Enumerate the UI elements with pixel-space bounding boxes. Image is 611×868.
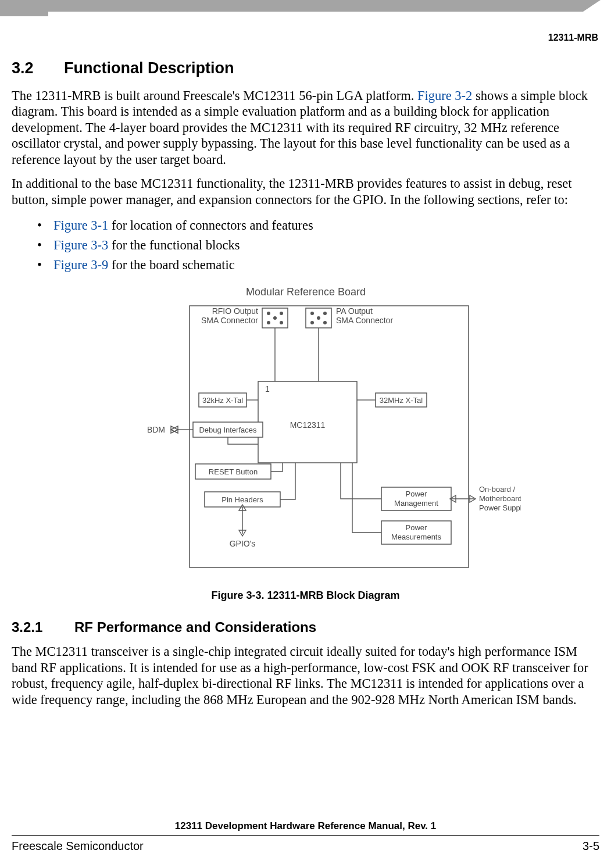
- figure-3-3: Modular Reference Board RFIO Output SMA …: [12, 283, 599, 602]
- bullet-list: Figure 3-1 for location of connectors an…: [37, 216, 599, 274]
- top-bar-decor-2: [48, 0, 583, 12]
- para-2: In additional to the base MC12311 functi…: [12, 176, 599, 208]
- pa-label-2: SMA Connector: [336, 316, 393, 325]
- gpio-label: GPIO's: [229, 539, 255, 548]
- footer-doc-title: 12311 Development Hardware Reference Man…: [12, 820, 599, 832]
- page-footer: 12311 Development Hardware Reference Man…: [12, 820, 599, 853]
- svg-point-2: [280, 312, 283, 315]
- onboard-2: Motherboard: [479, 494, 521, 503]
- top-bar-wedge: [583, 0, 601, 12]
- bullet-rest: for location of connectors and features: [108, 218, 313, 233]
- header-doc-short: 12311-MRB: [548, 33, 598, 43]
- svg-point-11: [317, 316, 320, 320]
- pinhdr-label: Pin Headers: [221, 495, 263, 504]
- reset-label: RESET Button: [208, 467, 257, 476]
- pwr-mgmt-1: Power: [405, 490, 427, 498]
- subsection-para: The MC12311 transceiver is a single-chip…: [12, 644, 599, 708]
- bullet-rest: for the functional blocks: [108, 238, 240, 252]
- xref-figure-3-9[interactable]: Figure 3-9: [53, 258, 108, 272]
- debug-label: Debug Interfaces: [199, 426, 257, 434]
- sma-pa: [306, 308, 331, 328]
- svg-point-1: [267, 312, 270, 315]
- subsection-heading: 3.2.1RF Performance and Considerations: [12, 619, 599, 635]
- bdm-arrow-left: [171, 426, 178, 433]
- pwr-mgmt-2: Management: [394, 499, 438, 508]
- para-1-a: The 12311-MRB is built around Freescale'…: [12, 88, 417, 103]
- sma-rfio: [262, 308, 288, 328]
- list-item: Figure 3-9 for the board schematic: [37, 255, 599, 275]
- top-bar-decor: [0, 0, 48, 16]
- xref-figure-3-2[interactable]: Figure 3-2: [417, 88, 472, 103]
- bdm-arrow-right: [171, 426, 178, 433]
- onboard-1: On-board /: [479, 485, 516, 494]
- xref-figure-3-3[interactable]: Figure 3-3: [53, 238, 108, 252]
- svg-point-8: [323, 312, 327, 315]
- list-item: Figure 3-1 for location of connectors an…: [37, 216, 599, 235]
- svg-point-10: [323, 321, 327, 324]
- diagram-title: Modular Reference Board: [245, 286, 365, 298]
- rfio-label-1: RFIO Output: [212, 306, 258, 316]
- svg-point-4: [280, 321, 283, 324]
- svg-point-9: [310, 321, 314, 324]
- list-item: Figure 3-3 for the functional blocks: [37, 235, 599, 255]
- pa-label-1: PA Output: [336, 306, 373, 316]
- page-content: 3.2Functional Description The 12311-MRB …: [12, 57, 599, 716]
- svg-point-5: [273, 316, 277, 320]
- section-heading: 3.2Functional Description: [12, 59, 599, 77]
- bdm-label: BDM: [147, 425, 165, 434]
- bullet-rest: for the board schematic: [108, 258, 234, 272]
- figure-caption: Figure 3-3. 12311-MRB Block Diagram: [12, 590, 599, 602]
- chip-pin-1: 1: [265, 384, 270, 394]
- svg-point-7: [310, 312, 314, 315]
- xtal-32m-label: 32MHz X-Tal: [379, 396, 423, 405]
- rfio-label-2: SMA Connector: [201, 316, 258, 325]
- para-1: The 12311-MRB is built around Freescale'…: [12, 88, 599, 167]
- onboard-3: Power Supply: [479, 503, 521, 512]
- xref-figure-3-1[interactable]: Figure 3-1: [53, 218, 108, 233]
- footer-left: Freescale Semiconductor: [12, 840, 144, 853]
- chip-label: MC12311: [290, 420, 325, 430]
- block-diagram-svg: Modular Reference Board RFIO Output SMA …: [91, 283, 521, 585]
- subsection-number: 3.2.1: [12, 619, 74, 635]
- pwr-meas-2: Measurements: [391, 533, 441, 541]
- footer-page-number: 3-5: [583, 840, 599, 853]
- subsection-title: RF Performance and Considerations: [74, 619, 316, 635]
- pwr-meas-1: Power: [405, 523, 427, 532]
- section-title: Functional Description: [64, 59, 234, 77]
- xtal-32k-label: 32kHz X-Tal: [202, 396, 242, 405]
- svg-point-3: [267, 321, 270, 324]
- section-number: 3.2: [12, 59, 64, 77]
